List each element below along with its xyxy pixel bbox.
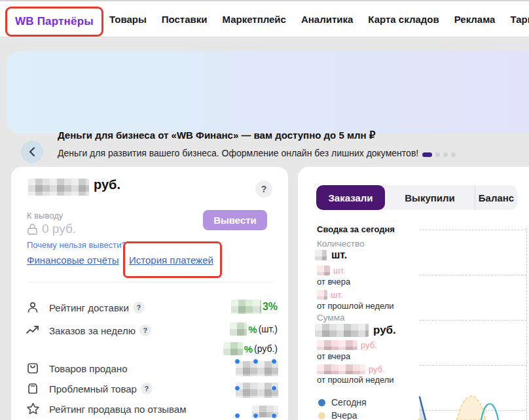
delta-unit: руб. [369,364,385,374]
logo-wb-partners[interactable]: WB Партнёры [15,15,94,28]
chart-gridline [419,275,526,275]
redacted-balance-amount [28,179,89,196]
chart-gridline [419,320,526,321]
quantity-delta-yesterday: шт. [317,266,346,275]
balance-card: руб. ? К выводу 0 руб. Почему нельзя выв… [11,167,288,420]
legend-today: Сегодня [318,397,367,408]
star-icon [25,401,41,417]
stat-help-button[interactable]: ? [139,324,151,336]
sum-delta-lastweek: руб. [317,364,385,374]
nav-item-karta-skladov[interactable]: Карта складов [368,14,439,25]
sales-summary-card: Заказали Выкупили Баланс Сводка за сегод… [298,167,529,420]
stat-label: Рейтинг доставки [49,302,129,313]
selection-handle[interactable] [271,413,277,419]
carousel-dot[interactable] [443,152,448,157]
sum-value: руб. [315,324,396,337]
legend-yesterday: Вчера [318,410,357,420]
nav-item-tarify[interactable]: Тарифы [510,14,529,25]
redacted-value [230,323,247,336]
stat-row-weekly-orders: Заказов за неделю ? [25,323,151,338]
quantity-unit: шт. [331,249,347,261]
redacted-value [317,364,365,374]
carousel-dot[interactable] [435,152,440,157]
delta-unit: шт. [331,290,343,300]
tab-ordered[interactable]: Заказали [316,185,385,210]
summary-tabs: Заказали Выкупили Баланс [316,185,517,210]
redacted-value [231,300,261,314]
divider [27,282,273,283]
wb-finance-banner[interactable]: Деньги для бизнеса от «WB Финанс» — вам … [7,51,529,133]
legend-label: Сегодня [331,397,367,408]
delta-caption: от прошлой недели [317,375,394,385]
sum-delta-yesterday: руб. [317,340,377,350]
stat-value-unit: (шт.) [259,324,278,334]
selection-handle[interactable] [234,359,240,364]
selection-handle[interactable] [253,413,259,419]
withdraw-section-label: К выводу [27,211,63,220]
stat-row-goods-sold: Товаров продано [25,360,128,376]
nav-item-postavki[interactable]: Поставки [162,14,208,25]
bag-icon [25,360,41,376]
why-cannot-withdraw-link[interactable]: Почему нельзя вывести? [27,240,126,250]
selection-handle[interactable] [271,359,277,364]
box-icon [25,381,41,396]
tab-bought-out[interactable]: Выкупили [385,185,475,210]
carousel-indicator [422,152,456,157]
quantity-label: Количество [317,239,365,249]
finance-reports-link[interactable]: Финансовые отчёты [27,254,119,266]
stat-value-percent: % [244,343,253,355]
redacted-value [317,340,357,350]
stat-label: Заказов за неделю [49,325,136,336]
withdraw-button[interactable]: Вывести [203,210,267,230]
tab-balance[interactable]: Баланс [475,185,517,210]
stat-row-seller-rating: Рейтинг продавца по отзывам [25,401,187,417]
stat-help-button[interactable]: ? [133,302,145,313]
legend-label: Вчера [331,410,357,420]
main-menu: Товары Поставки Маркетплейс Аналитика Ка… [109,1,529,37]
summary-title: Сводка за сегодня [317,224,395,234]
chart-gridline [419,365,526,366]
delta-caption: от прошлой недели [317,301,394,311]
banner-title: Деньги для бизнеса от «WB Финанс» — вам … [58,130,375,141]
trend-icon [25,323,41,338]
nav-item-analitika[interactable]: Аналитика [301,14,353,25]
redacted-value [317,266,330,275]
quantity-value: шт. [315,249,347,261]
nav-item-tovary[interactable]: Товары [109,14,147,25]
stat-value-visible: 3% [263,301,278,313]
stat-help-button[interactable]: ? [141,383,153,394]
balance-currency: руб. [94,177,120,192]
balance-help-button[interactable]: ? [255,181,272,198]
stat-label: Рейтинг продавца по отзывам [49,404,187,415]
redacted-value [317,290,327,300]
logo-annotation-box: WB Партнёры [5,7,103,37]
weekly-orders-value-pcs: % (шт.) [230,323,278,336]
person-icon [25,300,41,315]
carousel-dot-active[interactable] [422,152,432,157]
selection-handle[interactable] [253,359,259,364]
nav-item-marketplace[interactable]: Маркетплейс [222,14,285,25]
locked-amount: 0 руб. [27,222,76,236]
wb-partners-dashboard: WB Партнёры Товары Поставки Маркетплейс … [0,0,529,420]
stat-row-problem-goods: Проблемный товар ? [25,381,153,396]
delta-unit: руб. [361,340,377,350]
selection-handle[interactable] [234,413,240,419]
quantity-delta-lastweek: шт. [317,290,343,300]
selection-handle[interactable] [234,385,240,391]
carousel-dot[interactable] [451,152,456,157]
stat-value-unit: (руб.) [254,343,278,354]
banner-prev-button[interactable] [21,141,43,163]
sum-unit: руб. [373,324,396,337]
weekly-orders-value-rub: % (руб.) [223,342,278,355]
redacted-value [315,324,369,337]
payment-history-annotation-box [123,241,222,278]
redacted-value [315,250,327,260]
sum-label: Сумма [317,313,344,323]
top-navbar: WB Партнёры Товары Поставки Маркетплейс … [0,0,529,37]
delta-unit: шт. [333,266,346,275]
orders-chart[interactable] [416,381,529,420]
stat-value-percent: % [248,324,257,335]
delivery-rating-value: 3% [231,300,278,314]
selection-handle[interactable] [271,385,277,391]
nav-item-reklama[interactable]: Реклама [454,14,496,25]
